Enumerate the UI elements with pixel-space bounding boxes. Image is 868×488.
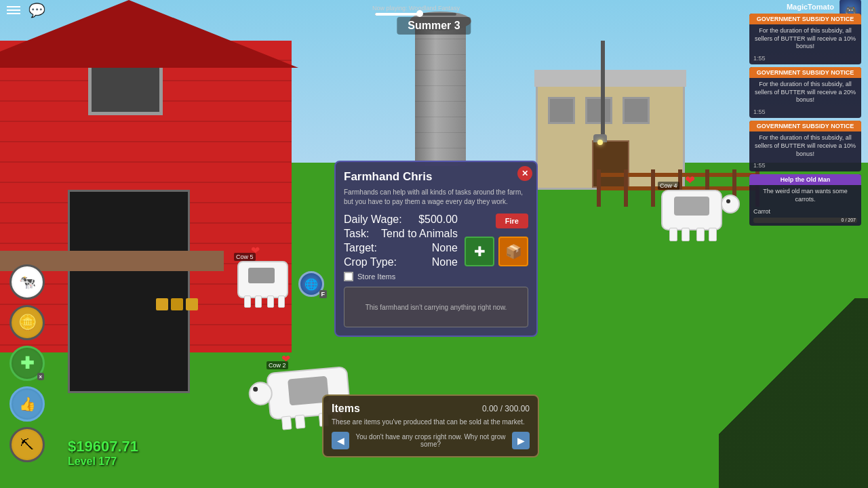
username-display: MagicTomato	[787, 3, 834, 11]
fire-button[interactable]: Fire	[496, 214, 528, 228]
hud-plus-badge: x	[37, 373, 44, 380]
fire-and-actions: Fire ✚ 📦	[465, 214, 528, 272]
music-progress-bar	[375, 13, 456, 16]
hud-tools-button[interactable]: ⛏	[9, 427, 45, 462]
cow-4-area: ❤ Cow 4	[661, 190, 722, 230]
farmhand-dialog-desc: Farmhands can help with all kinds of tas…	[344, 188, 528, 207]
task-row: Task: Tend to Animals	[344, 228, 458, 240]
barn-door	[68, 190, 190, 393]
cow-left-label: Cow 5	[234, 253, 256, 261]
crop-type-value: None	[432, 256, 458, 268]
store-items-label: Store Items	[357, 272, 395, 281]
hay-area	[156, 298, 198, 310]
notification-subsidy-3: GOVERNMENT SUBSIDY NOTICE For the durati…	[749, 121, 861, 171]
level-display: Level 177	[68, 455, 138, 468]
notif-quest-item: Carrot	[749, 207, 861, 216]
daily-wage-label: Daily Wage:	[344, 214, 402, 226]
notification-subsidy-1: GOVERNMENT SUBSIDY NOTICE For the durati…	[749, 14, 861, 64]
notification-quest: Help the Old Man The weird old man wants…	[749, 174, 861, 225]
cow-4-label: Cow 4	[658, 182, 679, 190]
dark-overlay-corner	[719, 298, 868, 488]
items-prev-button[interactable]: ◀	[332, 432, 349, 449]
now-playing-label: Now playing: Woodland Fantasy	[372, 5, 460, 12]
notif-quest-body: The weird old man wants some carrots.	[749, 185, 861, 206]
notif-2-body: For the duration of this subsidy, all se…	[749, 78, 861, 107]
farmhand-dialog-title: Farmhand Chris	[344, 170, 528, 184]
notif-1-body: For the duration of this subsidy, all se…	[749, 24, 861, 54]
task-label: Task:	[344, 228, 369, 240]
inventory-empty-message: This farmhand isn't carrying anything ri…	[366, 304, 507, 311]
money-display-area: $19607.71 Level 177	[68, 438, 138, 468]
hud-cow-button[interactable]: 🐄	[9, 264, 45, 300]
barn-window	[88, 61, 163, 115]
player-character: 🌐 F	[298, 271, 324, 297]
lamp-post	[598, 41, 607, 145]
items-capacity: 0.00 / 300.00	[482, 404, 530, 413]
cow-4-heart: ❤	[685, 173, 695, 188]
chat-icon-button[interactable]: 💬	[28, 2, 45, 18]
hamburger-menu[interactable]	[7, 6, 20, 14]
notif-2-time: 1:55	[749, 107, 861, 118]
daily-wage-value: $500.00	[418, 214, 458, 226]
quest-progress-text: 0 / 207	[842, 218, 856, 223]
crop-type-row: Crop Type: None	[344, 256, 458, 268]
action-orange-button[interactable]: 📦	[498, 237, 528, 266]
notif-3-header: GOVERNMENT SUBSIDY NOTICE	[749, 121, 861, 131]
items-content-empty: You don't have any crops right now. Why …	[349, 433, 512, 448]
hud-coins-button[interactable]: 🪙	[9, 305, 45, 340]
notif-3-time: 1:55	[749, 161, 861, 171]
items-title: Items	[332, 403, 360, 415]
left-hud: 🐄 🪙 ✚ x 👍 ⛏	[9, 264, 45, 462]
hud-thumbs-button[interactable]: 👍	[9, 386, 45, 422]
target-row: Target: None	[344, 242, 458, 254]
task-value: Tend to Animals	[381, 228, 458, 240]
target-value: None	[432, 242, 458, 254]
target-label: Target:	[344, 242, 377, 254]
now-playing-widget: Now playing: Woodland Fantasy	[372, 5, 460, 16]
notification-subsidy-2: GOVERNMENT SUBSIDY NOTICE For the durati…	[749, 67, 861, 118]
back-building-roof	[534, 70, 686, 87]
cow-left-area: ❤ Cow 5	[237, 261, 288, 298]
notifications-panel: GOVERNMENT SUBSIDY NOTICE For the durati…	[749, 14, 861, 226]
farmhand-inventory-area: This farmhand isn't carrying anything ri…	[344, 287, 528, 327]
notif-2-header: GOVERNMENT SUBSIDY NOTICE	[749, 67, 861, 78]
notif-1-time: 1:55	[749, 54, 861, 64]
notif-3-body: For the duration of this subsidy, all se…	[749, 131, 861, 161]
hud-plus-button[interactable]: ✚ x	[9, 346, 45, 381]
action-green-button[interactable]: ✚	[465, 237, 494, 266]
farmhand-dialog: ✕ Farmhand Chris Farmhands can help with…	[334, 161, 538, 337]
store-items-checkbox[interactable]	[344, 272, 353, 281]
money-amount: $19607.71	[68, 438, 138, 455]
music-progress-fill	[375, 13, 420, 16]
store-items-row: Store Items	[344, 272, 528, 281]
notif-quest-header: Help the Old Man	[749, 174, 861, 185]
items-header: Items 0.00 / 300.00	[332, 403, 530, 415]
items-description: These are items you've produced that can…	[332, 418, 530, 426]
crop-type-label: Crop Type:	[344, 256, 397, 268]
items-panel: Items 0.00 / 300.00 These are items you'…	[322, 394, 539, 458]
silo-body	[415, 24, 466, 166]
notif-quest-progress: 0 / 207	[753, 218, 857, 223]
action-icon-buttons: ✚ 📦	[465, 237, 528, 266]
items-next-button[interactable]: ▶	[512, 432, 530, 449]
music-dot	[416, 10, 423, 17]
top-bar: 💬 Now playing: Woodland Fantasy MagicTom…	[0, 0, 868, 20]
items-navigation: ◀ You don't have any crops right now. Wh…	[332, 432, 530, 449]
daily-wage-row: Daily Wage: $500.00	[344, 214, 458, 226]
farmhand-info-block: Daily Wage: $500.00 Task: Tend to Animal…	[344, 214, 458, 270]
notif-1-header: GOVERNMENT SUBSIDY NOTICE	[749, 14, 861, 24]
cow-bottom-label: Cow 2	[267, 361, 288, 369]
dialog-close-button[interactable]: ✕	[517, 166, 532, 181]
